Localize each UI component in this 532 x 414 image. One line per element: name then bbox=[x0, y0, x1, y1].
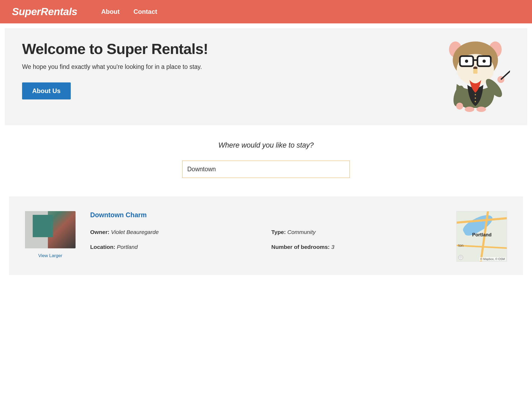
page-title: Welcome to Super Rentals! bbox=[22, 40, 208, 57]
rental-image[interactable] bbox=[25, 211, 76, 248]
rental-location: Location: Portland bbox=[90, 244, 261, 250]
location-value: Portland bbox=[117, 244, 138, 250]
svg-point-20 bbox=[475, 101, 476, 102]
location-label: Location: bbox=[90, 244, 115, 250]
map-info-icon[interactable]: ⓘ bbox=[458, 255, 463, 260]
nav-link-about[interactable]: About bbox=[101, 8, 119, 15]
mascot-icon bbox=[441, 40, 510, 112]
rental-map[interactable]: Portland ton ⓘ © Mapbox, © OSM bbox=[456, 211, 507, 262]
type-value: Community bbox=[287, 229, 315, 235]
owner-value: Violet Beauregarde bbox=[111, 229, 159, 235]
svg-point-17 bbox=[476, 107, 486, 112]
nav-links: About Contact bbox=[101, 8, 157, 15]
svg-line-15 bbox=[501, 71, 510, 80]
bedrooms-value: 3 bbox=[331, 244, 334, 250]
svg-point-7 bbox=[465, 60, 468, 63]
map-sublabel: ton bbox=[458, 243, 463, 248]
jumbo-section: Welcome to Super Rentals! We hope you fi… bbox=[5, 28, 527, 125]
svg-point-19 bbox=[475, 98, 476, 99]
svg-point-8 bbox=[483, 60, 486, 63]
navbar: SuperRentals About Contact bbox=[0, 0, 532, 23]
bedrooms-label: Number of bedrooms: bbox=[271, 244, 330, 250]
search-label: Where would you like to stay? bbox=[0, 141, 532, 149]
svg-point-13 bbox=[456, 103, 463, 110]
type-label: Type: bbox=[271, 229, 286, 235]
logo[interactable]: SuperRentals bbox=[12, 6, 77, 18]
rental-card: View Larger Downtown Charm Owner: Violet… bbox=[9, 196, 523, 275]
rental-details: Downtown Charm Owner: Violet Beauregarde… bbox=[90, 211, 442, 250]
about-us-button[interactable]: About Us bbox=[22, 82, 71, 99]
view-larger-link[interactable]: View Larger bbox=[38, 253, 62, 258]
search-section: Where would you like to stay? bbox=[0, 141, 532, 178]
rental-owner: Owner: Violet Beauregarde bbox=[90, 229, 261, 235]
rental-type: Type: Community bbox=[271, 229, 442, 235]
page-subtitle: We hope you find exactly what you're loo… bbox=[22, 63, 208, 70]
svg-point-18 bbox=[475, 94, 476, 95]
rental-title[interactable]: Downtown Charm bbox=[90, 211, 442, 219]
rental-bedrooms: Number of bedrooms: 3 bbox=[271, 244, 442, 250]
svg-point-16 bbox=[465, 107, 474, 112]
rental-properties: Owner: Violet Beauregarde Type: Communit… bbox=[90, 229, 442, 250]
map-attribution: © Mapbox, © OSM bbox=[479, 257, 506, 261]
svg-rect-10 bbox=[473, 69, 477, 74]
map-city-label: Portland bbox=[472, 232, 492, 238]
rental-image-block: View Larger bbox=[25, 211, 76, 258]
owner-label: Owner: bbox=[90, 229, 109, 235]
jumbo-text: Welcome to Super Rentals! We hope you fi… bbox=[22, 40, 208, 99]
nav-link-contact[interactable]: Contact bbox=[134, 8, 157, 15]
search-input[interactable] bbox=[182, 161, 350, 178]
